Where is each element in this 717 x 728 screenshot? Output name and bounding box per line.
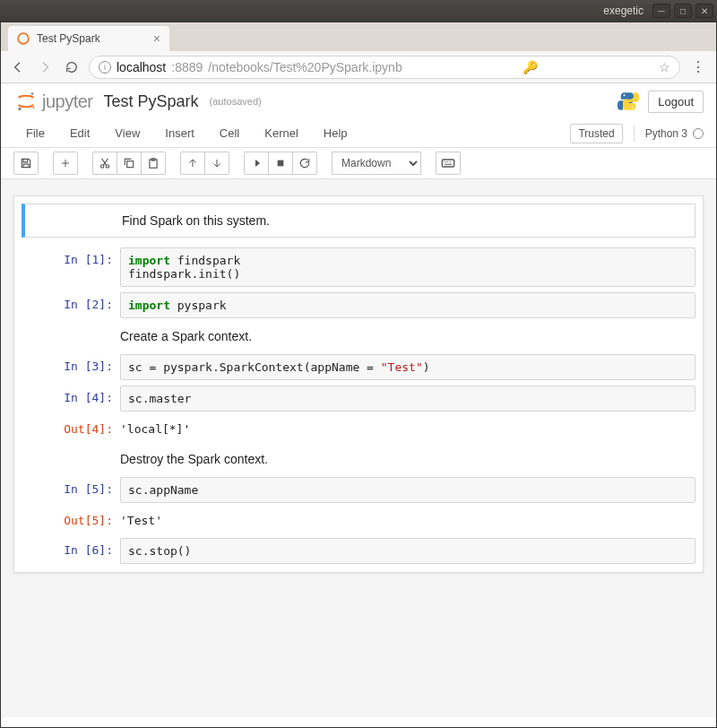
reload-button[interactable] [62, 57, 82, 77]
kernel-indicator[interactable]: Python 3 [645, 127, 704, 140]
markdown-cell[interactable]: Create a Spark context. [14, 321, 703, 351]
code-input[interactable]: import findspark findspark.init() [120, 247, 695, 287]
url-port: :8889 [171, 60, 203, 74]
add-cell-button[interactable] [53, 152, 78, 175]
close-window-button[interactable]: ✕ [695, 4, 713, 18]
jupyter-favicon-icon [17, 32, 30, 45]
kernel-status-icon [693, 128, 704, 139]
move-up-button[interactable] [180, 152, 205, 175]
stop-icon [276, 159, 285, 168]
keyboard-icon [441, 158, 455, 169]
arrow-up-icon [187, 158, 198, 169]
jupyter-logo[interactable]: jupyter [13, 89, 93, 114]
code-cell[interactable]: In [2]:import pyspark [14, 290, 703, 321]
menu-help[interactable]: Help [311, 123, 360, 143]
code-output: 'Test' [120, 508, 695, 533]
divider [634, 126, 635, 142]
site-info-icon[interactable]: i [99, 61, 111, 74]
svg-rect-8 [127, 161, 134, 168]
copy-button[interactable] [117, 152, 142, 175]
code-cell[interactable]: In [1]:import findspark findspark.init() [14, 245, 703, 290]
browser-tab-strip: Test PySpark × [1, 22, 716, 51]
browser-window: Test PySpark × i localhost:8889/notebook… [0, 22, 717, 728]
jupyter-toolbar: Markdown [1, 148, 716, 179]
jupyter-menubar: File Edit View Insert Cell Kernel Help T… [1, 119, 716, 148]
svg-point-1 [31, 92, 34, 95]
input-prompt: In [5]: [22, 477, 120, 503]
input-prompt: In [4]: [22, 386, 120, 412]
arrow-down-icon [212, 158, 222, 169]
save-password-icon[interactable]: 🔑 [523, 60, 538, 74]
notebook-title[interactable]: Test PySpark [104, 92, 199, 111]
cell-prompt [22, 324, 120, 349]
code-input[interactable]: sc = pyspark.SparkContext(appName = "Tes… [120, 354, 695, 380]
run-icon [251, 158, 262, 169]
save-status: (autosaved) [210, 96, 262, 107]
cut-button[interactable] [92, 152, 117, 175]
svg-point-5 [632, 107, 634, 108]
tab-title: Test PySpark [37, 32, 100, 45]
code-cell[interactable]: In [5]:sc.appName [14, 474, 703, 506]
menu-file[interactable]: File [13, 123, 57, 143]
markdown-cell-selected[interactable]: Find Spark on this system. [22, 204, 695, 238]
jupyter-page: jupyter Test PySpark (autosaved) Logout … [1, 83, 716, 727]
save-button[interactable] [13, 152, 39, 175]
logout-button[interactable]: Logout [648, 91, 704, 113]
browser-menu-button[interactable]: ⋮ [687, 58, 709, 75]
command-palette-button[interactable] [436, 152, 461, 175]
code-output-row: Out[4]:'local[*]' [14, 414, 703, 444]
menu-cell[interactable]: Cell [207, 123, 252, 143]
browser-tab[interactable]: Test PySpark × [8, 26, 169, 51]
code-input[interactable]: import pyspark [120, 292, 695, 318]
bookmark-star-icon[interactable]: ☆ [659, 60, 670, 74]
code-cell[interactable]: In [6]:sc.stop() [14, 535, 703, 567]
notebook[interactable]: Find Spark on this system.In [1]:import … [13, 195, 704, 573]
code-cell[interactable]: In [3]:sc = pyspark.SparkContext(appName… [14, 351, 703, 383]
svg-rect-12 [442, 160, 454, 167]
arrow-left-icon [11, 60, 25, 74]
forward-button[interactable] [35, 57, 55, 77]
python-logo-icon [618, 91, 639, 112]
arrow-right-icon [38, 60, 52, 74]
maximize-button[interactable]: □ [674, 4, 692, 18]
output-prompt: Out[4]: [22, 417, 120, 441]
code-cell[interactable]: In [4]:sc.master [14, 383, 703, 414]
paste-button[interactable] [141, 152, 166, 175]
jupyter-logo-text: jupyter [42, 91, 93, 112]
menu-view[interactable]: View [102, 123, 152, 143]
svg-point-3 [32, 107, 34, 108]
jupyter-logo-icon [13, 89, 39, 114]
url-domain: localhost [117, 60, 166, 74]
menu-edit[interactable]: Edit [57, 123, 102, 143]
trusted-indicator[interactable]: Trusted [570, 124, 622, 143]
copy-icon [123, 157, 135, 169]
cell-prompt [22, 446, 120, 472]
cell-type-select[interactable]: Markdown [332, 152, 421, 175]
kernel-name: Python 3 [645, 127, 687, 140]
menu-kernel[interactable]: Kernel [252, 123, 311, 143]
output-prompt: Out[5]: [22, 508, 120, 533]
svg-rect-11 [278, 160, 284, 167]
run-button[interactable] [244, 152, 269, 175]
back-button[interactable] [8, 57, 28, 77]
os-window-title: exegetic [603, 4, 644, 17]
minimize-button[interactable]: ─ [652, 4, 670, 18]
stop-button[interactable] [268, 152, 293, 175]
jupyter-header: jupyter Test PySpark (autosaved) Logout [1, 83, 716, 119]
svg-point-4 [624, 94, 626, 96]
browser-address-bar: i localhost:8889/notebooks/Test%20PySpar… [1, 51, 716, 83]
close-tab-icon[interactable]: × [153, 31, 160, 46]
os-titlebar: exegetic ─ □ ✕ [0, 0, 717, 22]
move-down-button[interactable] [204, 152, 229, 175]
cut-icon [99, 157, 111, 169]
url-input[interactable]: i localhost:8889/notebooks/Test%20PySpar… [89, 56, 680, 79]
code-input[interactable]: sc.appName [120, 477, 695, 503]
menu-insert[interactable]: Insert [152, 123, 207, 143]
code-input[interactable]: sc.stop() [120, 538, 695, 564]
input-prompt: In [2]: [22, 292, 120, 318]
code-input[interactable]: sc.master [120, 386, 695, 412]
markdown-cell[interactable]: Destroy the Spark context. [14, 444, 703, 474]
restart-button[interactable] [292, 152, 317, 175]
save-icon [20, 157, 32, 169]
svg-point-0 [18, 33, 29, 44]
